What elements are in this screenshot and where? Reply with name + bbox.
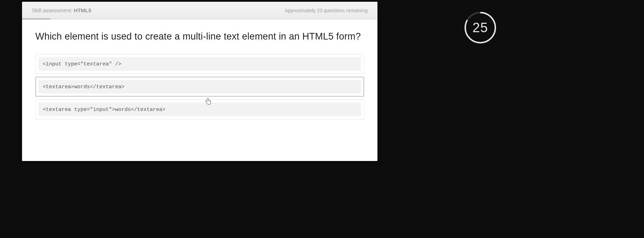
header-prefix: Skill assessment: xyxy=(32,7,74,13)
answer-code: <input type="textarea" /> xyxy=(43,61,121,67)
answer-option-0[interactable]: <input type="textarea" /> xyxy=(35,54,364,74)
answer-option-2[interactable]: <textarea type="input">words</textarea> xyxy=(35,99,364,119)
answer-code: <textarea>words</textarea> xyxy=(43,84,125,90)
progress-bar xyxy=(22,18,377,20)
question-text: Which element is used to create a multi-… xyxy=(35,31,364,42)
answer-option-inner: <textarea>words</textarea> xyxy=(38,80,361,93)
answer-code: <textarea type="input">words</textarea> xyxy=(43,107,165,113)
countdown-timer: 25 xyxy=(464,12,496,44)
answer-option-1[interactable]: <textarea>words</textarea> xyxy=(35,77,364,97)
answer-option-inner: <textarea type="input">words</textarea> xyxy=(38,103,361,116)
questions-remaining: Approximately 23 questions remaining xyxy=(285,8,368,13)
timer-value: 25 xyxy=(464,12,496,44)
card-body: Which element is used to create a multi-… xyxy=(22,19,377,133)
assessment-card: Skill assessment: HTML5 Approximately 23… xyxy=(22,2,377,161)
header-topic: HTML5 xyxy=(74,7,91,13)
answer-option-inner: <input type="textarea" /> xyxy=(38,57,361,71)
progress-fill xyxy=(22,18,50,20)
header-title: Skill assessment: HTML5 xyxy=(32,7,91,13)
card-header: Skill assessment: HTML5 Approximately 23… xyxy=(22,2,377,19)
